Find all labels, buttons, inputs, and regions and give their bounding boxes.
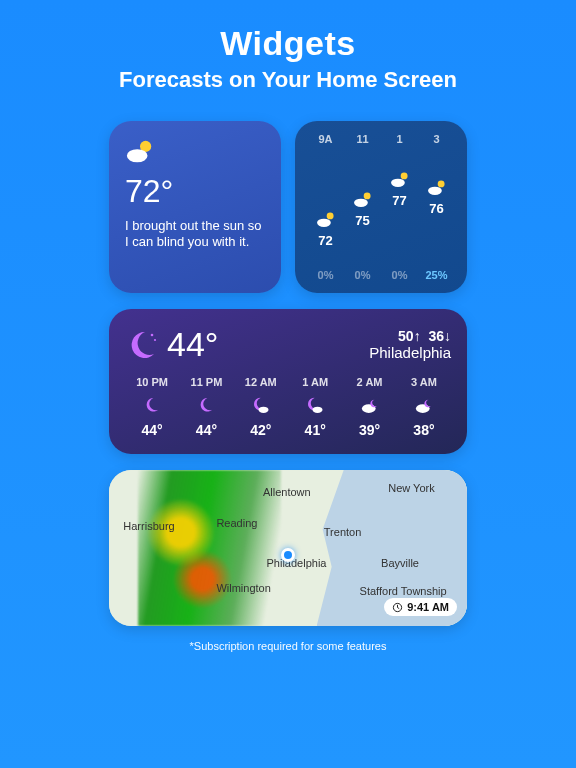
widget-wide-forecast[interactable]: 44° 50↑ 36↓ Philadelphia 10 PM 44°11 PM … <box>109 309 467 454</box>
current-message: I brought out the sun so I can blind you… <box>125 218 265 251</box>
hourly-label: 1 <box>396 133 402 145</box>
forecast-temp: 39° <box>359 422 380 438</box>
map-city-label: Wilmington <box>216 582 270 594</box>
widget-current[interactable]: 72° I brought out the sun so I can blind… <box>109 121 281 293</box>
partly-cloudy-icon <box>426 177 448 199</box>
partly-cloudy-icon <box>389 169 411 191</box>
hourly-label: 3 <box>433 133 439 145</box>
wide-hi: 50↑ <box>398 328 421 344</box>
forecast-time: 1 AM <box>302 376 328 388</box>
widget-radar-map[interactable]: AllentownNew YorkHarrisburgReadingTrento… <box>109 470 467 626</box>
mooncloud-icon <box>305 396 325 416</box>
svg-point-13 <box>313 407 323 413</box>
hourly-col: 11 75 0% <box>344 133 381 281</box>
map-radar <box>138 470 281 626</box>
map-city-label: Reading <box>216 517 257 529</box>
svg-point-11 <box>154 338 156 340</box>
map-time: 9:41 AM <box>407 601 449 613</box>
moon-icon <box>196 396 216 416</box>
svg-point-8 <box>437 180 444 187</box>
svg-point-4 <box>363 192 370 199</box>
svg-point-10 <box>151 333 154 336</box>
map-time-badge: 9:41 AM <box>384 598 457 616</box>
forecast-time: 3 AM <box>411 376 437 388</box>
moon-icon <box>142 396 162 416</box>
svg-point-15 <box>416 404 430 413</box>
wide-city: Philadelphia <box>369 344 451 361</box>
svg-point-14 <box>361 404 375 413</box>
svg-point-9 <box>428 187 442 195</box>
map-city-label: Harrisburg <box>123 520 174 532</box>
clock-icon <box>392 602 403 613</box>
forecast-col: 1 AM 41° <box>288 376 342 438</box>
hourly-temp: 76 <box>429 201 443 216</box>
svg-point-3 <box>317 219 331 227</box>
page-subtitle: Forecasts on Your Home Screen <box>119 67 457 93</box>
hourly-col: 3 76 25% <box>418 133 455 281</box>
forecast-col: 12 AM 42° <box>234 376 288 438</box>
current-temp: 72° <box>125 173 265 210</box>
forecast-time: 11 PM <box>191 376 223 388</box>
hourly-label: 11 <box>356 133 368 145</box>
moon-icon <box>125 329 157 361</box>
map-city-label: Philadelphia <box>267 557 327 569</box>
wide-temp: 44° <box>167 325 218 364</box>
map-location-pin <box>281 548 295 562</box>
map-city-label: Stafford Township <box>360 585 447 597</box>
forecast-col: 2 AM 39° <box>343 376 397 438</box>
hourly-temp: 77 <box>392 193 406 208</box>
forecast-col: 11 PM 44° <box>179 376 233 438</box>
svg-point-12 <box>258 407 268 413</box>
map-city-label: Bayville <box>381 557 419 569</box>
mooncloud-icon <box>251 396 271 416</box>
hourly-precip: 0% <box>318 269 334 281</box>
forecast-time: 10 PM <box>136 376 168 388</box>
hourly-precip: 0% <box>355 269 371 281</box>
hourly-col: 9A 72 0% <box>307 133 344 281</box>
map-city-label: New York <box>388 482 434 494</box>
svg-point-2 <box>326 212 333 219</box>
cloudmoon-icon <box>360 396 380 416</box>
forecast-col: 3 AM 38° <box>397 376 451 438</box>
widget-hourly-small[interactable]: 9A 72 0%11 75 0%1 77 0%3 76 25% <box>295 121 467 293</box>
hourly-temp: 75 <box>355 213 369 228</box>
cloudmoon-icon <box>414 396 434 416</box>
page-title: Widgets <box>220 24 355 63</box>
forecast-time: 2 AM <box>357 376 383 388</box>
svg-point-6 <box>400 172 407 179</box>
partly-cloudy-icon <box>125 137 155 167</box>
disclaimer: *Subscription required for some features <box>190 640 387 652</box>
forecast-temp: 42° <box>250 422 271 438</box>
hourly-label: 9A <box>318 133 332 145</box>
hourly-temp: 72 <box>318 233 332 248</box>
map-city-label: Trenton <box>324 526 362 538</box>
partly-cloudy-icon <box>315 209 337 231</box>
forecast-temp: 41° <box>305 422 326 438</box>
forecast-temp: 44° <box>196 422 217 438</box>
hourly-col: 1 77 0% <box>381 133 418 281</box>
svg-point-7 <box>391 179 405 187</box>
forecast-time: 12 AM <box>245 376 277 388</box>
forecast-temp: 38° <box>413 422 434 438</box>
wide-lo: 36↓ <box>428 328 451 344</box>
map-city-label: Allentown <box>263 486 311 498</box>
partly-cloudy-icon <box>352 189 374 211</box>
forecast-temp: 44° <box>141 422 162 438</box>
hourly-precip: 25% <box>425 269 447 281</box>
svg-point-5 <box>354 199 368 207</box>
forecast-col: 10 PM 44° <box>125 376 179 438</box>
hourly-precip: 0% <box>392 269 408 281</box>
svg-point-1 <box>127 149 148 162</box>
